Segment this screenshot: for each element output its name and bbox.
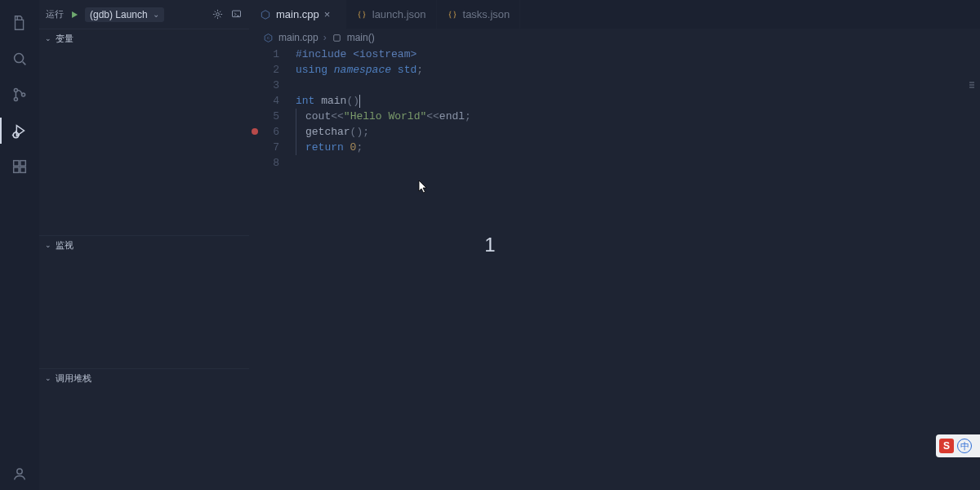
chevron-down-icon: ⌄	[44, 34, 52, 42]
section-variables[interactable]: ⌄ 变量	[39, 29, 249, 47]
chevron-down-icon: ⌄	[44, 241, 52, 249]
line-number[interactable]: 5	[250, 109, 279, 124]
debug-console-icon[interactable]	[230, 8, 243, 20]
explorer-icon[interactable]	[0, 7, 39, 39]
section-watch-label: 监视	[56, 239, 74, 252]
svg-point-10	[216, 13, 220, 16]
run-label: 运行	[46, 8, 64, 20]
tab-label: launch.json	[372, 8, 426, 20]
cpp-file-icon	[260, 9, 271, 20]
editor-tabs: main.cpp×launch.jsontasks.json	[250, 0, 980, 29]
code-line[interactable]: int main()	[292, 93, 980, 109]
debug-config-select[interactable]: (gdb) Launch ⌄	[85, 7, 164, 22]
line-number[interactable]: 1	[250, 47, 279, 62]
breadcrumb-separator: ›	[323, 32, 327, 43]
svg-point-2	[14, 97, 17, 100]
line-number[interactable]: 8	[250, 155, 279, 171]
tab-label: tasks.json	[463, 8, 510, 20]
search-icon[interactable]	[0, 42, 39, 75]
chevron-down-icon: ⌄	[153, 10, 159, 19]
code-line[interactable]	[292, 78, 980, 93]
activity-bar	[0, 0, 39, 490]
svg-point-9	[17, 469, 22, 474]
minimap-icon[interactable]	[967, 79, 977, 89]
line-number[interactable]: 2	[250, 62, 279, 78]
svg-point-1	[14, 88, 17, 91]
account-icon[interactable]	[0, 457, 39, 490]
cpp-file-icon: C	[263, 33, 274, 43]
debug-sidebar: 运行 (gdb) Launch ⌄ ⌄ 变量	[39, 0, 250, 490]
svg-rect-5	[14, 161, 19, 166]
svg-rect-7	[20, 167, 25, 172]
svg-rect-11	[233, 11, 241, 17]
svg-text:C: C	[267, 36, 270, 40]
line-number[interactable]: 7	[250, 140, 279, 155]
section-callstack[interactable]: ⌄ 调用堆栈	[39, 369, 249, 387]
debug-config-name: (gdb) Launch	[90, 9, 148, 20]
line-number[interactable]: 4	[250, 93, 279, 109]
svg-rect-13	[333, 34, 340, 41]
code-line[interactable]	[292, 155, 980, 171]
function-icon	[332, 33, 342, 43]
line-number[interactable]: 6	[250, 124, 279, 140]
chevron-down-icon: ⌄	[44, 374, 52, 382]
json-file-icon	[447, 9, 458, 20]
editor-area: main.cpp×launch.jsontasks.json C main.cp…	[250, 0, 980, 490]
ime-badge-s: S	[939, 439, 954, 453]
section-callstack-label: 调用堆栈	[56, 372, 91, 385]
svg-point-0	[15, 54, 24, 63]
run-debug-icon[interactable]	[0, 114, 39, 147]
code-line[interactable]: getchar();	[292, 124, 980, 140]
breadcrumb-file: main.cpp	[278, 32, 318, 43]
tab-label: main.cpp	[276, 8, 319, 20]
tab-main-cpp[interactable]: main.cpp×	[250, 0, 346, 29]
close-icon[interactable]: ×	[324, 8, 336, 20]
ime-badge-c: 中	[957, 439, 972, 453]
gear-icon[interactable]	[212, 8, 224, 20]
breadcrumb[interactable]: C main.cpp › main()	[250, 29, 980, 47]
line-number[interactable]: 3	[250, 78, 279, 93]
extensions-icon[interactable]	[0, 150, 39, 183]
code-line[interactable]: using namespace std;	[292, 62, 980, 78]
ime-badge[interactable]: S 中	[936, 434, 980, 457]
code-line[interactable]: #include <iostream>	[292, 47, 980, 62]
start-debug-button[interactable]	[69, 9, 80, 20]
source-control-icon[interactable]	[0, 78, 39, 111]
section-watch[interactable]: ⌄ 监视	[39, 236, 249, 254]
breadcrumb-symbol: main()	[347, 32, 375, 43]
code-line[interactable]: cout<<"Hello World"<<endl;	[292, 109, 980, 124]
code-editor[interactable]: 12345678 #include <iostream>using namesp…	[250, 47, 980, 490]
svg-rect-8	[20, 161, 25, 166]
tab-tasks-json[interactable]: tasks.json	[437, 0, 521, 29]
svg-rect-6	[14, 167, 19, 172]
code-line[interactable]: return 0;	[292, 140, 980, 155]
section-variables-label: 变量	[56, 33, 74, 45]
json-file-icon	[356, 9, 368, 20]
tab-launch-json[interactable]: launch.json	[346, 0, 437, 29]
